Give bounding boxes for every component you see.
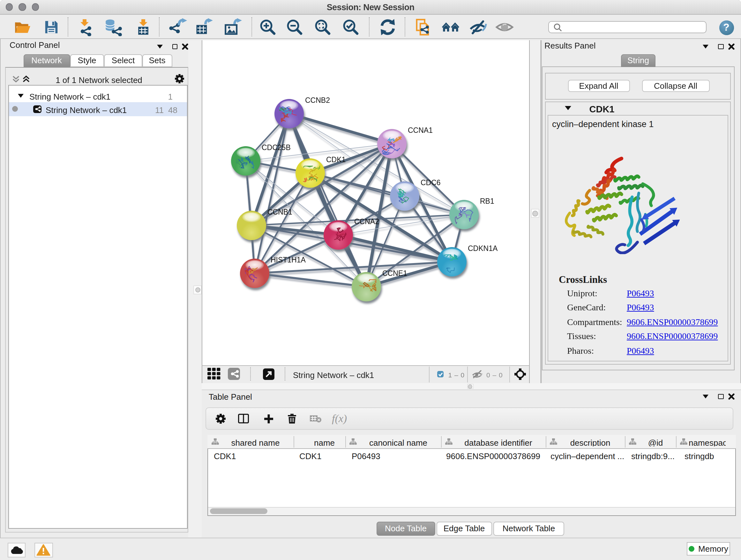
svg-text:RB1: RB1 [480, 197, 494, 205]
svg-text:CDKN1A: CDKN1A [468, 244, 498, 252]
svg-text:CDC25B: CDC25B [262, 143, 291, 151]
svg-text:CCNA1: CCNA1 [408, 126, 433, 134]
svg-text:CCNB1: CCNB1 [267, 207, 292, 216]
svg-text:HIST1H1A: HIST1H1A [271, 255, 306, 264]
svg-text:CCNE1: CCNE1 [382, 269, 407, 277]
svg-text:CDC6: CDC6 [421, 178, 441, 186]
svg-text:CCNB2: CCNB2 [305, 96, 330, 104]
svg-text:CDK1: CDK1 [326, 155, 346, 164]
svg-text:CCNA2: CCNA2 [354, 217, 379, 226]
